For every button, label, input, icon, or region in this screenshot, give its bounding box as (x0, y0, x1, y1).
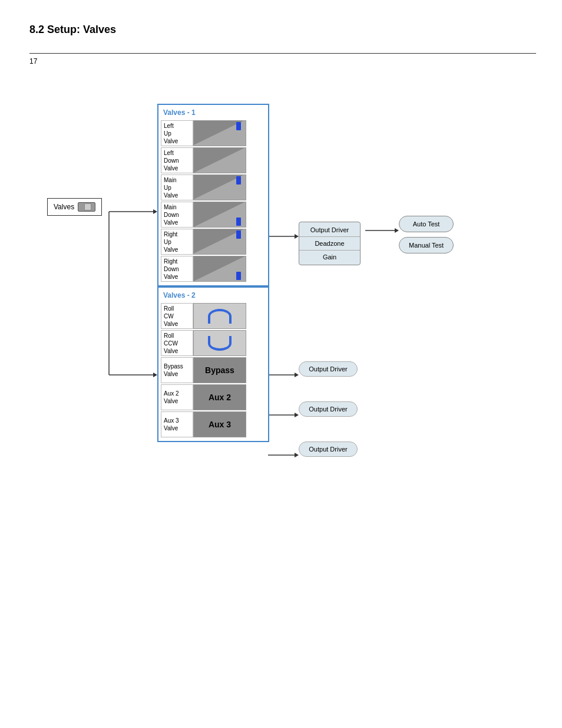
left-down-valve-graphic (193, 147, 246, 173)
bypass-output-driver[interactable]: Output Driver (299, 361, 358, 377)
output-driver-label: Output Driver (299, 223, 360, 237)
main-down-valve-graphic (193, 202, 246, 228)
roll-ccw-valve-label: RollCCWValve (161, 330, 193, 356)
left-up-valve-row[interactable]: LeftUpValve (161, 120, 266, 146)
svg-marker-10 (295, 373, 299, 377)
main-up-valve-label: MainUpValve (161, 174, 193, 200)
auto-test-button[interactable]: Auto Test (399, 216, 454, 232)
aux2-valve-graphic: Aux 2 (193, 384, 246, 410)
svg-marker-12 (295, 413, 299, 417)
aux2-od-label: Output Driver (299, 401, 358, 417)
valves-group-2-title: Valves - 2 (161, 290, 266, 301)
svg-marker-14 (295, 453, 299, 457)
bypass-valve-label: BypassValve (161, 357, 193, 383)
aux2-valve-label: Aux 2Valve (161, 384, 193, 410)
aux2-output-driver[interactable]: Output Driver (299, 401, 358, 417)
right-up-valve-graphic (193, 229, 246, 255)
output-driver-stack[interactable]: Output Driver Deadzone Gain (299, 222, 361, 265)
bypass-valve-graphic: Bypass (193, 357, 246, 383)
valves-group-2: Valves - 2 RollCWValve RollCCWValve (157, 286, 269, 447)
aux3-valve-graphic: Aux 3 (193, 411, 246, 437)
aux3-output-driver[interactable]: Output Driver (299, 442, 358, 457)
right-up-valve-label: RightUpValve (161, 229, 193, 255)
valves-input-box[interactable]: Valves (47, 198, 102, 216)
bypass-valve-row[interactable]: BypassValve Bypass (161, 357, 266, 383)
main-up-valve-row[interactable]: MainUpValve (161, 174, 266, 200)
right-down-valve-row[interactable]: RightDownValve (161, 256, 266, 282)
test-buttons-group: Auto Test Manual Test (399, 216, 454, 253)
manual-test-button[interactable]: Manual Test (399, 237, 454, 253)
roll-ccw-valve-graphic (193, 330, 246, 356)
page-footer: 17 (29, 53, 536, 65)
main-down-valve-label: MainDownValve (161, 202, 193, 228)
aux3-valve-label: Aux 3Valve (161, 411, 193, 437)
main-up-valve-graphic (193, 174, 246, 200)
left-up-valve-label: LeftUpValve (161, 120, 193, 146)
right-down-valve-label: RightDownValve (161, 256, 193, 282)
aux3-od-label: Output Driver (299, 442, 358, 457)
roll-cw-valve-row[interactable]: RollCWValve (161, 303, 266, 329)
left-down-valve-label: LeftDownValve (161, 147, 193, 173)
right-down-valve-graphic (193, 256, 246, 282)
valves-group-1: Valves - 1 LeftUpValve LeftDownValve (157, 104, 269, 291)
roll-ccw-valve-row[interactable]: RollCCWValve (161, 330, 266, 356)
page-title: 8.2 Setup: Valves (29, 24, 533, 36)
left-up-valve-graphic (193, 120, 246, 146)
left-down-valve-row[interactable]: LeftDownValve (161, 147, 266, 173)
bypass-od-label: Output Driver (299, 361, 358, 377)
valves-toggle[interactable] (78, 202, 95, 212)
main-down-valve-row[interactable]: MainDownValve (161, 202, 266, 228)
roll-cw-valve-label: RollCWValve (161, 303, 193, 329)
right-up-valve-row[interactable]: RightUpValve (161, 229, 266, 255)
svg-marker-6 (295, 234, 299, 239)
aux3-valve-row[interactable]: Aux 3Valve Aux 3 (161, 411, 266, 437)
roll-cw-valve-graphic (193, 303, 246, 329)
svg-marker-8 (395, 228, 399, 233)
valves-group-1-title: Valves - 1 (161, 107, 266, 118)
svg-marker-1 (153, 209, 157, 214)
svg-marker-4 (153, 373, 157, 377)
valves-label: Valves (54, 203, 74, 211)
aux2-valve-row[interactable]: Aux 2Valve Aux 2 (161, 384, 266, 410)
gain-label: Gain (299, 251, 360, 263)
page-number: 17 (29, 57, 37, 65)
deadzone-label: Deadzone (299, 237, 360, 251)
